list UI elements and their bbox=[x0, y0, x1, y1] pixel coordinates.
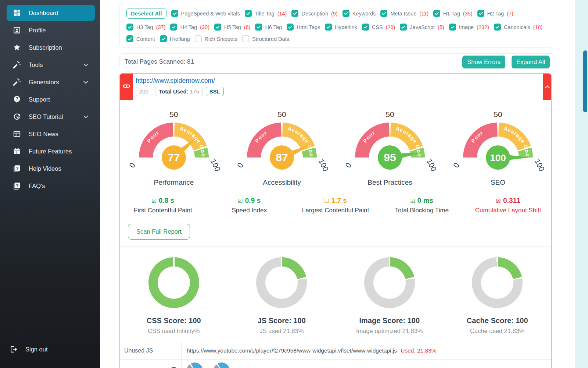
filter-h1-tag[interactable]: H1 Tag(35) bbox=[433, 10, 472, 17]
filter-content[interactable]: Content bbox=[126, 35, 155, 42]
donut-subtitle: Image optimized 21.83% bbox=[356, 328, 423, 335]
filter-h3-tag[interactable]: H3 Tag(37) bbox=[126, 24, 165, 31]
checked-checkbox-icon[interactable] bbox=[291, 10, 298, 17]
metric-value: ☐1.7 s bbox=[293, 197, 379, 205]
filter-structured-data[interactable]: Structured Data bbox=[242, 35, 290, 42]
show-errors-button[interactable]: Show Errors bbox=[462, 56, 505, 68]
expand-all-button[interactable]: Expand All bbox=[512, 56, 550, 68]
filter-html-tags[interactable]: Html Tags bbox=[287, 24, 320, 31]
deselect-all-button[interactable]: Deselect All bbox=[126, 8, 166, 19]
filter-count: (232) bbox=[477, 24, 489, 30]
help-square-icon: ? bbox=[13, 164, 21, 173]
filter-rich-snippets[interactable]: Rich Snippets bbox=[195, 35, 237, 42]
sidebar-nav: DashboardProfileSubscriptionToolsGenerat… bbox=[0, 0, 100, 194]
wand-icon bbox=[13, 78, 21, 86]
sidebar: DashboardProfileSubscriptionToolsGenerat… bbox=[0, 0, 100, 368]
filter-canonicals[interactable]: Canonicals(18) bbox=[494, 24, 543, 31]
scan-full-report-button[interactable]: Scan Full Report bbox=[128, 224, 190, 240]
checked-checkbox-icon[interactable] bbox=[343, 10, 349, 17]
sidebar-item-help-videos[interactable]: ?Help Videos bbox=[7, 160, 95, 177]
checked-checkbox-icon[interactable] bbox=[449, 24, 456, 31]
url-header: https://www.spidernow.com/ 200 Total Use… bbox=[120, 74, 551, 100]
filter-description[interactable]: Description(9) bbox=[291, 10, 337, 17]
checked-checkbox-icon[interactable] bbox=[126, 24, 133, 31]
unchecked-checkbox-icon[interactable] bbox=[195, 35, 202, 42]
total-used-label: Total Used: bbox=[159, 88, 189, 95]
page-url-link[interactable]: https://www.spidernow.com/ bbox=[136, 77, 224, 85]
sidebar-item-profile[interactable]: Profile bbox=[7, 22, 95, 38]
table-row-unused-js: Unused JS https://www.youtube.com/s/play… bbox=[120, 342, 551, 360]
filter-h2-tag[interactable]: H2 Tag(7) bbox=[477, 10, 513, 17]
filter-hreflang[interactable]: Hreflang bbox=[160, 35, 190, 42]
donut-chart bbox=[256, 257, 307, 308]
sidebar-item-generators[interactable]: Generators bbox=[7, 74, 95, 90]
sidebar-item-tools[interactable]: Tools bbox=[7, 57, 95, 73]
filter-count: (7) bbox=[507, 11, 513, 17]
svg-text:100: 100 bbox=[533, 158, 546, 173]
checked-checkbox-icon[interactable] bbox=[494, 24, 501, 31]
sidebar-item-support[interactable]: ?Support bbox=[7, 91, 95, 107]
metric-label: Largest Contentful Paint bbox=[293, 207, 379, 214]
filter-javascript[interactable]: JavaScript(5) bbox=[400, 24, 444, 31]
filter-h4-tag[interactable]: H4 Tag(30) bbox=[170, 24, 209, 31]
sidebar-item-seo-news[interactable]: SEO News bbox=[7, 126, 95, 142]
filter-count: (6) bbox=[244, 24, 251, 30]
sidebar-item-seo-tutorial[interactable]: SEO Tutorial bbox=[7, 109, 95, 125]
checked-checkbox-icon[interactable] bbox=[170, 24, 177, 31]
checked-checkbox-icon[interactable] bbox=[255, 24, 262, 31]
filter-h5-tag[interactable]: H5 Tag(6) bbox=[214, 24, 250, 31]
checked-checkbox-icon[interactable] bbox=[325, 24, 332, 31]
gauge-chart-seo: PoorAvarageGood 50 0 100 100 SEO bbox=[444, 102, 552, 188]
gauge-seo: PoorAvarageGood 50 0 100 100 SEO bbox=[444, 102, 552, 188]
metric-speed-index: ☑0.9 sSpeed Index bbox=[206, 197, 293, 214]
checked-checkbox-icon[interactable] bbox=[160, 35, 167, 42]
filter-hyperlink[interactable]: Hyperlink bbox=[325, 24, 357, 31]
chevron-down-icon bbox=[83, 62, 88, 67]
filter-pagespeed-web-vitals[interactable]: PageSpeed & Web vitals bbox=[171, 10, 240, 17]
svg-text:0: 0 bbox=[235, 162, 245, 169]
filter-image[interactable]: Image(232) bbox=[449, 24, 489, 31]
checked-checkbox-icon[interactable] bbox=[214, 24, 221, 31]
collapse-button[interactable] bbox=[543, 73, 552, 100]
filter-label: Hyperlink bbox=[335, 24, 357, 30]
filter-count: (9) bbox=[331, 11, 338, 17]
unused-js-separator: - bbox=[397, 347, 399, 354]
details-table: Unused JS https://www.youtube.com/s/play… bbox=[120, 342, 551, 368]
checked-checkbox-icon[interactable] bbox=[126, 35, 133, 42]
filter-meta-issue[interactable]: Meta Issue(11) bbox=[380, 10, 429, 17]
filter-title-tag[interactable]: Title Tag(14) bbox=[245, 10, 287, 17]
checked-checkbox-icon[interactable] bbox=[362, 24, 369, 31]
metric-label: Speed Index bbox=[206, 207, 293, 214]
sign-out-button[interactable]: Sign out bbox=[0, 345, 48, 353]
filter-label: Structured Data bbox=[252, 36, 290, 42]
filter-keywords[interactable]: Keywords bbox=[343, 10, 376, 17]
filter-css[interactable]: CSS(26) bbox=[362, 24, 395, 31]
scrollbar-thumb[interactable] bbox=[583, 50, 587, 112]
filter-label: H5 Tag bbox=[224, 24, 241, 30]
unused-js-url[interactable]: https://www.youtube.com/s/player/f279c95… bbox=[187, 347, 397, 354]
checked-checkbox-icon[interactable] bbox=[380, 10, 387, 17]
checked-checkbox-icon[interactable] bbox=[477, 10, 484, 17]
svg-text:50: 50 bbox=[278, 110, 286, 118]
checked-checkbox-icon[interactable] bbox=[433, 10, 440, 17]
sidebar-item-faq-s[interactable]: ?FAQ's bbox=[7, 178, 95, 194]
sidebar-item-dashboard[interactable]: Dashboard bbox=[7, 5, 95, 21]
checked-checkbox-icon[interactable] bbox=[400, 24, 407, 31]
status-code-badge: 200 bbox=[136, 87, 152, 96]
metric-number: 0.311 bbox=[503, 197, 520, 204]
checked-checkbox-icon[interactable] bbox=[287, 24, 294, 31]
checked-checkbox-icon[interactable] bbox=[171, 10, 178, 17]
filter-h6-tag[interactable]: H6 Tag bbox=[255, 24, 282, 31]
svg-text:100: 100 bbox=[490, 152, 506, 163]
unchecked-checkbox-icon[interactable] bbox=[242, 35, 249, 42]
unused-js-value: https://www.youtube.com/s/player/f279c95… bbox=[181, 342, 551, 359]
svg-text:0: 0 bbox=[127, 162, 137, 169]
gauge-accessibility: PoorAvarageGood 50 0 100 87 Accessibilit… bbox=[228, 102, 336, 188]
sidebar-item-future-features[interactable]: Future Features bbox=[7, 143, 95, 159]
donut-title: Cache Score: 100 bbox=[467, 316, 528, 325]
sidebar-item-subscription[interactable]: Subscription bbox=[7, 39, 95, 56]
checked-checkbox-icon[interactable] bbox=[245, 10, 252, 17]
gift-icon bbox=[13, 147, 21, 155]
help-badge-icon[interactable]: ? bbox=[170, 367, 178, 368]
main-content: Deselect All PageSpeed & Web vitalsTitle… bbox=[119, 0, 557, 368]
